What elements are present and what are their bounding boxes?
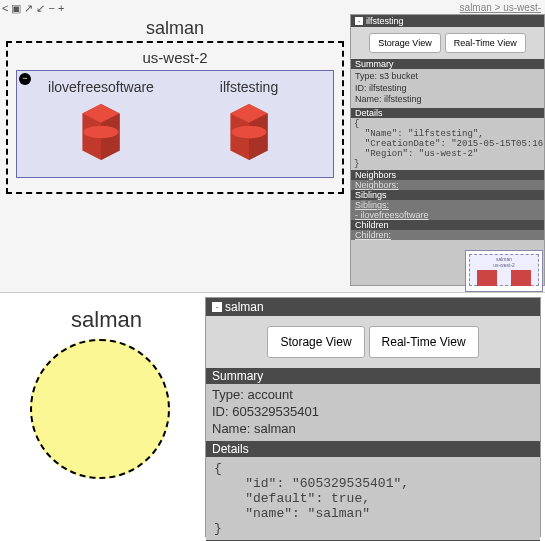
section-details-header: Details (351, 108, 544, 118)
section-siblings-header: Siblings (351, 190, 544, 200)
region-label: us-west-2 (16, 49, 334, 66)
bucket-label: ilfstesting (220, 79, 278, 95)
tab-storage-view[interactable]: Storage View (369, 33, 440, 53)
account-label: salman (8, 307, 205, 333)
section-summary-body: Type: account ID: 605329535401 Name: sal… (206, 384, 540, 441)
svg-point-3 (84, 126, 119, 138)
section-summary-header: Summary (206, 368, 540, 384)
account-box[interactable]: us-west-2 − ilovefreesoftware ilfstestin… (6, 41, 344, 194)
share-icon[interactable]: < (2, 2, 8, 14)
section-details-header: Details (206, 441, 540, 457)
collapse-badge-icon[interactable]: − (19, 73, 31, 85)
region-box[interactable]: − ilovefreesoftware ilfstesting (16, 70, 334, 178)
children-sub[interactable]: Children: (351, 230, 544, 240)
s3-bucket-icon (70, 101, 132, 163)
box-icon[interactable]: ▣ (11, 2, 21, 14)
minus-icon[interactable]: − (48, 2, 54, 14)
collapse-icon[interactable]: ↙ (36, 2, 45, 14)
canvas-top[interactable]: salman us-west-2 − ilovefreesoftware ilf… (0, 14, 350, 286)
expand-icon[interactable]: ↗ (24, 2, 33, 14)
svg-point-7 (232, 126, 267, 138)
neighbors-sub[interactable]: Neighbors: (351, 180, 544, 190)
section-summary-header: Summary (351, 59, 544, 69)
tab-realtime-view[interactable]: Real-Time View (445, 33, 526, 53)
minimap-bucket-icon (477, 270, 497, 286)
tab-storage-view[interactable]: Storage View (267, 326, 364, 358)
account-label: salman (0, 18, 350, 39)
siblings-link[interactable]: - ilovefreesoftware (351, 210, 544, 220)
minimap-region: us-west-2 (470, 262, 538, 268)
panel-title: ilfstesting (366, 16, 404, 26)
account-node-circle[interactable] (30, 339, 170, 479)
bucket-ilfstesting[interactable]: ilfstesting (178, 79, 320, 163)
minimap-bucket-icon (511, 270, 531, 286)
collapse-icon[interactable]: - (212, 302, 222, 312)
toolbar: < ▣ ↗ ↙ − + (0, 0, 67, 16)
collapse-icon[interactable]: - (355, 17, 363, 25)
section-details-code: { "Name": "ilfstesting", "CreationDate":… (351, 118, 544, 170)
siblings-sub[interactable]: Siblings: (351, 200, 544, 210)
section-children-header: Children (351, 220, 544, 230)
bucket-ilovefreesoftware[interactable]: ilovefreesoftware (30, 79, 172, 163)
panel-header: - salman (206, 298, 540, 316)
panel-header: - ilfstesting (351, 15, 544, 27)
panel-tabs: Storage View Real-Time View (206, 316, 540, 368)
panel-title: salman (225, 300, 264, 314)
bucket-label: ilovefreesoftware (48, 79, 154, 95)
panel-tabs: Storage View Real-Time View (351, 27, 544, 59)
section-neighbors-header: Neighbors (351, 170, 544, 180)
section-summary-body: Type: s3 bucket ID: ilfstesting Name: il… (351, 69, 544, 108)
tab-realtime-view[interactable]: Real-Time View (369, 326, 479, 358)
section-details-code: { "id": "605329535401", "default": true,… (206, 457, 540, 540)
details-panel-bottom: - salman Storage View Real-Time View Sum… (205, 297, 541, 537)
minimap[interactable]: salman us-west-2 (465, 250, 543, 292)
breadcrumb[interactable]: salman > us-west- (460, 2, 541, 13)
canvas-bottom[interactable]: salman (0, 293, 205, 541)
s3-bucket-icon (218, 101, 280, 163)
plus-icon[interactable]: + (58, 2, 64, 14)
details-panel-top: - ilfstesting Storage View Real-Time Vie… (350, 14, 545, 286)
